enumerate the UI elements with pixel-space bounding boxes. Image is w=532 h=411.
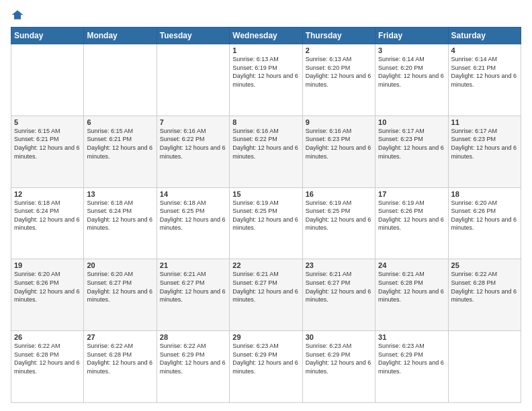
calendar-week-row: 5Sunrise: 6:15 AM Sunset: 6:21 PM Daylig… bbox=[11, 116, 521, 187]
day-number: 8 bbox=[232, 118, 299, 126]
calendar-cell bbox=[11, 44, 84, 116]
day-info: Sunrise: 6:22 AM Sunset: 6:28 PM Dayligh… bbox=[87, 342, 153, 375]
day-number: 25 bbox=[451, 261, 518, 269]
calendar-cell: 22Sunrise: 6:21 AM Sunset: 6:27 PM Dayli… bbox=[230, 259, 302, 331]
calendar-cell: 1Sunrise: 6:13 AM Sunset: 6:19 PM Daylig… bbox=[230, 44, 302, 116]
weekday-header: Sunday bbox=[11, 28, 84, 44]
calendar-cell: 28Sunrise: 6:22 AM Sunset: 6:29 PM Dayli… bbox=[157, 331, 229, 403]
day-info: Sunrise: 6:17 AM Sunset: 6:23 PM Dayligh… bbox=[451, 127, 518, 161]
day-info: Sunrise: 6:23 AM Sunset: 6:29 PM Dayligh… bbox=[232, 342, 299, 375]
calendar-cell: 8Sunrise: 6:16 AM Sunset: 6:22 PM Daylig… bbox=[230, 116, 302, 187]
day-number: 9 bbox=[306, 118, 372, 126]
calendar-cell: 24Sunrise: 6:21 AM Sunset: 6:28 PM Dayli… bbox=[375, 259, 448, 331]
calendar-cell: 26Sunrise: 6:22 AM Sunset: 6:28 PM Dayli… bbox=[11, 331, 84, 403]
day-info: Sunrise: 6:22 AM Sunset: 6:28 PM Dayligh… bbox=[14, 342, 81, 375]
header-row: SundayMondayTuesdayWednesdayThursdayFrid… bbox=[11, 28, 521, 44]
calendar-cell: 25Sunrise: 6:22 AM Sunset: 6:28 PM Dayli… bbox=[448, 259, 521, 331]
day-number: 13 bbox=[87, 190, 153, 198]
day-number: 2 bbox=[306, 46, 372, 54]
day-info: Sunrise: 6:19 AM Sunset: 6:25 PM Dayligh… bbox=[306, 199, 372, 232]
day-info: Sunrise: 6:21 AM Sunset: 6:27 PM Dayligh… bbox=[232, 270, 299, 304]
day-number: 7 bbox=[160, 118, 226, 126]
calendar-cell: 30Sunrise: 6:23 AM Sunset: 6:29 PM Dayli… bbox=[302, 331, 375, 403]
day-number: 1 bbox=[232, 46, 299, 54]
day-info: Sunrise: 6:20 AM Sunset: 6:26 PM Dayligh… bbox=[14, 270, 81, 304]
day-number: 11 bbox=[451, 118, 518, 126]
day-info: Sunrise: 6:22 AM Sunset: 6:28 PM Dayligh… bbox=[451, 270, 518, 304]
day-info: Sunrise: 6:21 AM Sunset: 6:28 PM Dayligh… bbox=[378, 270, 445, 304]
day-info: Sunrise: 6:16 AM Sunset: 6:22 PM Dayligh… bbox=[160, 127, 226, 161]
day-number: 14 bbox=[160, 190, 226, 198]
day-number: 28 bbox=[160, 333, 226, 341]
calendar-cell: 10Sunrise: 6:17 AM Sunset: 6:23 PM Dayli… bbox=[375, 116, 448, 187]
calendar-cell: 6Sunrise: 6:15 AM Sunset: 6:21 PM Daylig… bbox=[84, 116, 157, 187]
day-info: Sunrise: 6:17 AM Sunset: 6:23 PM Dayligh… bbox=[378, 127, 445, 161]
calendar-cell: 15Sunrise: 6:19 AM Sunset: 6:25 PM Dayli… bbox=[230, 187, 302, 259]
day-info: Sunrise: 6:15 AM Sunset: 6:21 PM Dayligh… bbox=[87, 127, 153, 161]
day-info: Sunrise: 6:14 AM Sunset: 6:21 PM Dayligh… bbox=[451, 55, 518, 89]
calendar-cell: 20Sunrise: 6:20 AM Sunset: 6:27 PM Dayli… bbox=[84, 259, 157, 331]
weekday-header: Tuesday bbox=[157, 28, 229, 44]
day-info: Sunrise: 6:20 AM Sunset: 6:27 PM Dayligh… bbox=[87, 270, 153, 304]
day-info: Sunrise: 6:20 AM Sunset: 6:26 PM Dayligh… bbox=[451, 199, 518, 232]
day-number: 24 bbox=[378, 261, 445, 269]
day-number: 31 bbox=[378, 333, 445, 341]
day-number: 4 bbox=[451, 46, 518, 54]
weekday-header: Thursday bbox=[302, 28, 375, 44]
calendar-cell: 7Sunrise: 6:16 AM Sunset: 6:22 PM Daylig… bbox=[157, 116, 229, 187]
svg-marker-0 bbox=[12, 10, 24, 19]
day-number: 12 bbox=[14, 190, 81, 198]
day-info: Sunrise: 6:23 AM Sunset: 6:29 PM Dayligh… bbox=[306, 342, 372, 375]
day-number: 18 bbox=[451, 190, 518, 198]
day-info: Sunrise: 6:15 AM Sunset: 6:21 PM Dayligh… bbox=[14, 127, 81, 161]
day-info: Sunrise: 6:21 AM Sunset: 6:27 PM Dayligh… bbox=[306, 270, 372, 304]
weekday-header: Friday bbox=[375, 28, 448, 44]
calendar-week-row: 26Sunrise: 6:22 AM Sunset: 6:28 PM Dayli… bbox=[11, 331, 521, 403]
day-info: Sunrise: 6:18 AM Sunset: 6:24 PM Dayligh… bbox=[14, 199, 81, 232]
calendar-cell: 29Sunrise: 6:23 AM Sunset: 6:29 PM Dayli… bbox=[230, 331, 302, 403]
day-number: 20 bbox=[87, 261, 153, 269]
day-info: Sunrise: 6:16 AM Sunset: 6:22 PM Dayligh… bbox=[232, 127, 299, 161]
day-number: 15 bbox=[232, 190, 299, 198]
calendar-cell: 13Sunrise: 6:18 AM Sunset: 6:24 PM Dayli… bbox=[84, 187, 157, 259]
day-number: 16 bbox=[306, 190, 372, 198]
calendar-week-row: 19Sunrise: 6:20 AM Sunset: 6:26 PM Dayli… bbox=[11, 259, 521, 331]
day-number: 3 bbox=[378, 46, 445, 54]
calendar-cell bbox=[157, 44, 229, 116]
calendar-cell: 9Sunrise: 6:16 AM Sunset: 6:23 PM Daylig… bbox=[302, 116, 375, 187]
calendar-cell: 19Sunrise: 6:20 AM Sunset: 6:26 PM Dayli… bbox=[11, 259, 84, 331]
day-number: 19 bbox=[14, 261, 81, 269]
calendar-cell: 4Sunrise: 6:14 AM Sunset: 6:21 PM Daylig… bbox=[448, 44, 521, 116]
calendar-cell: 3Sunrise: 6:14 AM Sunset: 6:20 PM Daylig… bbox=[375, 44, 448, 116]
calendar-cell: 23Sunrise: 6:21 AM Sunset: 6:27 PM Dayli… bbox=[302, 259, 375, 331]
calendar-table: SundayMondayTuesdayWednesdayThursdayFrid… bbox=[11, 27, 521, 403]
calendar-cell: 2Sunrise: 6:13 AM Sunset: 6:20 PM Daylig… bbox=[302, 44, 375, 116]
day-info: Sunrise: 6:21 AM Sunset: 6:27 PM Dayligh… bbox=[160, 270, 226, 304]
calendar-cell: 18Sunrise: 6:20 AM Sunset: 6:26 PM Dayli… bbox=[448, 187, 521, 259]
day-number: 29 bbox=[232, 333, 299, 341]
calendar-cell: 14Sunrise: 6:18 AM Sunset: 6:25 PM Dayli… bbox=[157, 187, 229, 259]
day-number: 23 bbox=[306, 261, 372, 269]
day-number: 27 bbox=[87, 333, 153, 341]
day-number: 22 bbox=[232, 261, 299, 269]
header bbox=[11, 8, 521, 21]
calendar-cell: 27Sunrise: 6:22 AM Sunset: 6:28 PM Dayli… bbox=[84, 331, 157, 403]
day-number: 5 bbox=[14, 118, 81, 126]
day-info: Sunrise: 6:13 AM Sunset: 6:20 PM Dayligh… bbox=[306, 55, 372, 89]
calendar-cell: 17Sunrise: 6:19 AM Sunset: 6:26 PM Dayli… bbox=[375, 187, 448, 259]
weekday-header: Saturday bbox=[448, 28, 521, 44]
calendar-cell bbox=[448, 331, 521, 403]
day-info: Sunrise: 6:19 AM Sunset: 6:25 PM Dayligh… bbox=[232, 199, 299, 232]
day-number: 10 bbox=[378, 118, 445, 126]
day-info: Sunrise: 6:19 AM Sunset: 6:26 PM Dayligh… bbox=[378, 199, 445, 232]
calendar-cell: 5Sunrise: 6:15 AM Sunset: 6:21 PM Daylig… bbox=[11, 116, 84, 187]
day-info: Sunrise: 6:13 AM Sunset: 6:19 PM Dayligh… bbox=[232, 55, 299, 89]
day-number: 21 bbox=[160, 261, 226, 269]
calendar-cell: 31Sunrise: 6:23 AM Sunset: 6:29 PM Dayli… bbox=[375, 331, 448, 403]
day-number: 17 bbox=[378, 190, 445, 198]
day-info: Sunrise: 6:14 AM Sunset: 6:20 PM Dayligh… bbox=[378, 55, 445, 89]
day-number: 30 bbox=[306, 333, 372, 341]
day-info: Sunrise: 6:18 AM Sunset: 6:25 PM Dayligh… bbox=[160, 199, 226, 232]
calendar-week-row: 1Sunrise: 6:13 AM Sunset: 6:19 PM Daylig… bbox=[11, 44, 521, 116]
logo-icon bbox=[11, 8, 24, 21]
